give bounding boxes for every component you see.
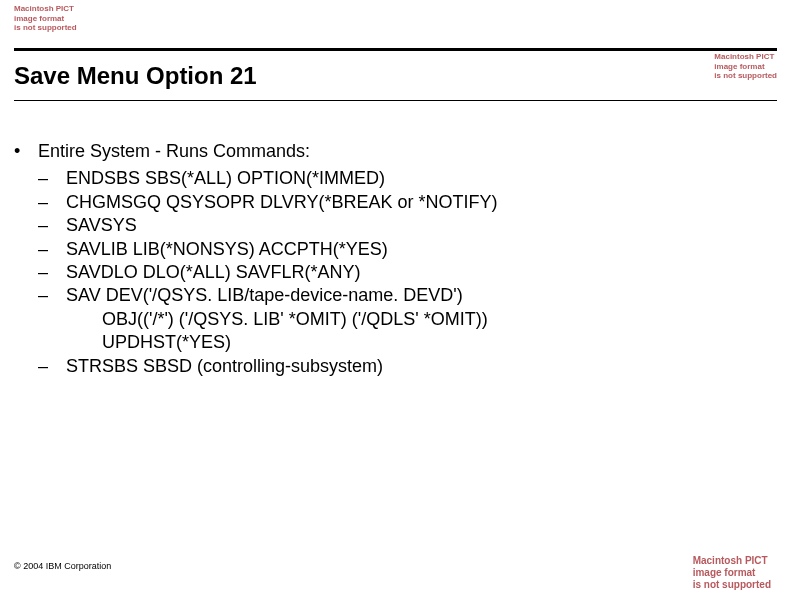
pict-error-l3: is not supported bbox=[14, 23, 77, 33]
dash: – bbox=[38, 355, 66, 378]
page-title: Save Menu Option 21 bbox=[14, 62, 257, 90]
header-rule bbox=[14, 48, 777, 51]
sub-text: STRSBS SBSD (controlling-subsystem) bbox=[66, 355, 383, 378]
content: • Entire System - Runs Commands: –ENDSBS… bbox=[14, 140, 691, 378]
sub-text: ENDSBS SBS(*ALL) OPTION(*IMMED) bbox=[66, 167, 385, 190]
pict-error-l3: is not supported bbox=[714, 71, 777, 81]
list-item: –CHGMSGQ QSYSOPR DLVRY(*BREAK or *NOTIFY… bbox=[38, 191, 691, 214]
list-item: –STRSBS SBSD (controlling-subsystem) bbox=[38, 355, 691, 378]
pict-error-l2: image format bbox=[714, 62, 777, 72]
sav-continuation: UPDHST(*YES) bbox=[66, 331, 691, 354]
list-item: –ENDSBS SBS(*ALL) OPTION(*IMMED) bbox=[38, 167, 691, 190]
list-item: –SAVSYS bbox=[38, 214, 691, 237]
pict-error-l3: is not supported bbox=[693, 579, 771, 591]
list-item: –SAVLIB LIB(*NONSYS) ACCPTH(*YES) bbox=[38, 238, 691, 261]
dash: – bbox=[38, 167, 66, 190]
sav-continuation: OBJ(('/*') ('/QSYS. LIB' *OMIT) ('/QDLS'… bbox=[66, 308, 691, 331]
dash: – bbox=[38, 261, 66, 284]
copyright-footer: © 2004 IBM Corporation bbox=[14, 561, 111, 571]
pict-error-l2: image format bbox=[14, 14, 77, 24]
sub-list: –ENDSBS SBS(*ALL) OPTION(*IMMED) –CHGMSG… bbox=[14, 167, 691, 378]
pict-error-l1: Macintosh PICT bbox=[714, 52, 777, 62]
pict-error-l1: Macintosh PICT bbox=[693, 555, 771, 567]
sub-text: SAVLIB LIB(*NONSYS) ACCPTH(*YES) bbox=[66, 238, 388, 261]
dash: – bbox=[38, 284, 66, 307]
dash: – bbox=[38, 214, 66, 237]
list-item: –SAVDLO DLO(*ALL) SAVFLR(*ANY) bbox=[38, 261, 691, 284]
sub-text: SAV DEV('/QSYS. LIB/tape-device-name. DE… bbox=[66, 284, 463, 307]
dash: – bbox=[38, 191, 66, 214]
sub-text: CHGMSGQ QSYSOPR DLVRY(*BREAK or *NOTIFY) bbox=[66, 191, 497, 214]
sub-text: SAVSYS bbox=[66, 214, 137, 237]
sub-text: SAVDLO DLO(*ALL) SAVFLR(*ANY) bbox=[66, 261, 360, 284]
bullet-mark: • bbox=[14, 140, 38, 163]
pict-error-top-right: Macintosh PICT image format is not suppo… bbox=[714, 52, 777, 81]
pict-error-l2: image format bbox=[693, 567, 771, 579]
dash: – bbox=[38, 238, 66, 261]
title-rule bbox=[14, 100, 777, 101]
bullet-row: • Entire System - Runs Commands: bbox=[14, 140, 691, 163]
pict-error-top-left: Macintosh PICT image format is not suppo… bbox=[14, 4, 77, 33]
bullet-text: Entire System - Runs Commands: bbox=[38, 140, 310, 163]
pict-error-l1: Macintosh PICT bbox=[14, 4, 77, 14]
pict-error-bottom-right: Macintosh PICT image format is not suppo… bbox=[693, 555, 771, 591]
list-item: –SAV DEV('/QSYS. LIB/tape-device-name. D… bbox=[38, 284, 691, 307]
